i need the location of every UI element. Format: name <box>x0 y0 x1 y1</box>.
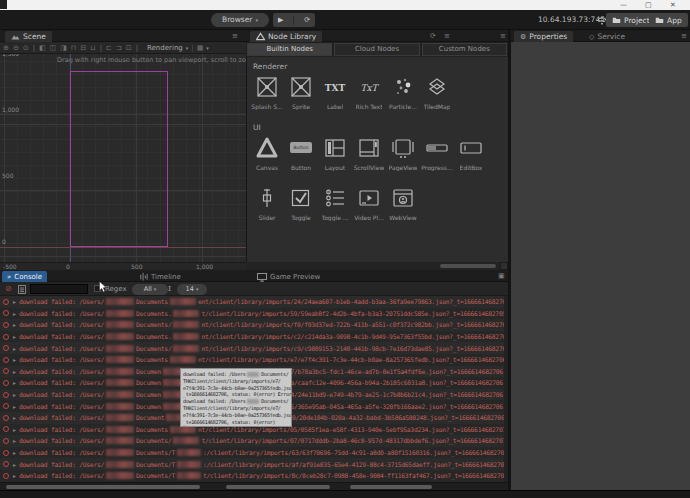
node-item-tiledmap[interactable]: TiledMap <box>420 75 454 110</box>
preview-device-dropdown[interactable]: Browser▾ <box>211 13 269 27</box>
expand-arrow-icon[interactable] <box>13 298 16 305</box>
expand-arrow-icon[interactable] <box>13 472 16 479</box>
open-log-file-icon[interactable] <box>18 285 26 294</box>
expand-arrow-icon[interactable] <box>13 356 16 363</box>
expand-arrow-icon[interactable] <box>13 379 16 386</box>
log-level-dropdown[interactable]: All▾ <box>132 284 168 295</box>
clear-console-button[interactable]: ⊘ <box>5 284 12 293</box>
rendering-dropdown[interactable]: Rendering <box>147 44 183 52</box>
tab-cloud-nodes[interactable]: Cloud Nodes <box>334 43 419 56</box>
separator[interactable]: | <box>33 44 35 52</box>
font-size-dropdown[interactable]: 14▾ <box>177 284 207 295</box>
close-button[interactable]: ✕ <box>670 0 676 10</box>
console-error-row[interactable]: download failed: /Users/Documents/Tt/cli… <box>0 470 508 482</box>
node-item-progressbar[interactable]: Progress... <box>420 136 454 171</box>
expand-arrow-icon[interactable] <box>13 345 16 352</box>
node-item-layout[interactable]: Layout <box>318 136 352 171</box>
scrollbar-thumb[interactable] <box>226 485 330 489</box>
node-item-videoplayer[interactable]: Video Pl... <box>352 186 386 221</box>
console-error-row[interactable]: download failed: /Users/Documents/T:/cli… <box>0 458 508 470</box>
node-item-slider[interactable]: Slider <box>250 186 284 221</box>
camera-gizmo-dropdown[interactable]: ▦ <box>197 44 204 52</box>
status-bar[interactable]: download failed: /Users/Documents/Tt/cli… <box>0 490 690 498</box>
minimize-button[interactable]: — <box>620 0 627 10</box>
panel-menu-icon[interactable]: ≡ <box>500 32 506 40</box>
panel-menu-icon[interactable]: ≡ <box>232 32 238 40</box>
expand-arrow-icon[interactable] <box>13 333 16 340</box>
console-error-row[interactable]: download failed: /Users/Documents/T:/cli… <box>0 447 508 459</box>
console-filter-input[interactable] <box>30 284 88 294</box>
align-bottom-icon[interactable]: ⊔ <box>90 44 95 52</box>
ui-items-row-2: Slider Toggle Toggle ... Video Pl... <box>250 186 420 221</box>
node-item-toggle-group[interactable]: Toggle ... <box>318 186 352 221</box>
tab-scene[interactable]: Scene <box>5 31 52 42</box>
scrollbar-thumb[interactable] <box>350 485 432 489</box>
expand-arrow-icon[interactable] <box>13 414 16 421</box>
distribute-right-icon[interactable]: ⊐ <box>116 44 122 52</box>
play-button[interactable]: ▶ <box>278 16 283 24</box>
node-item-button[interactable]: Button Button <box>284 136 318 171</box>
node-item-splash[interactable]: Splash S... <box>250 75 284 110</box>
console-error-row[interactable]: download failed: /Users/Documentsent/cli… <box>0 296 508 308</box>
node-library-hscrollbar[interactable] <box>246 262 500 270</box>
zoom-in-icon[interactable]: ⊕ <box>3 44 9 52</box>
zoom-reset-icon[interactable]: ⊙ <box>23 44 29 52</box>
separator[interactable]: | <box>100 44 102 52</box>
expand-arrow-icon[interactable] <box>13 437 16 444</box>
node-item-pageview[interactable]: PageView <box>386 136 420 171</box>
panel-menu-icon[interactable]: ▣ <box>498 272 505 280</box>
expand-arrow-icon[interactable] <box>13 426 16 433</box>
separator[interactable]: | <box>136 44 138 52</box>
scrollbar-thumb[interactable] <box>440 264 496 268</box>
node-item-webview[interactable]: WebView <box>386 186 420 221</box>
node-item-scrollview[interactable]: ScrollView <box>352 136 386 171</box>
expand-arrow-icon[interactable] <box>13 321 16 328</box>
tab-properties[interactable]: ⚙ Properties <box>514 31 573 42</box>
refresh-icon[interactable]: ⟳ <box>430 32 436 40</box>
expand-arrow-icon[interactable] <box>13 461 16 468</box>
node-item-particle[interactable]: Particle... <box>386 75 420 110</box>
tab-node-library[interactable]: Node Library <box>250 31 322 42</box>
align-center-h-icon[interactable]: ◫ <box>50 44 57 52</box>
node-item-label[interactable]: TXT Label <box>318 75 352 110</box>
expand-arrow-icon[interactable] <box>13 310 16 317</box>
align-left-icon[interactable]: ◧ <box>39 44 46 52</box>
console-error-row[interactable]: download failed: /Users/Documents.t/clie… <box>0 308 508 320</box>
node-item-sprite[interactable]: Sprite <box>284 75 318 110</box>
tab-game-preview[interactable]: Game Preview <box>252 271 325 282</box>
tab-timeline[interactable]: Timeline <box>134 271 186 282</box>
scrollbar-thumb[interactable] <box>6 485 200 489</box>
align-top-icon[interactable]: ⊓ <box>71 44 76 52</box>
tab-service[interactable]: ◇ Service <box>583 31 631 42</box>
scene-viewport[interactable]: Drag with right mouse button to pan view… <box>0 54 246 262</box>
expand-arrow-icon[interactable] <box>13 403 16 410</box>
node-item-toggle[interactable]: Toggle <box>284 186 318 221</box>
console-vscrollbar[interactable] <box>504 296 508 482</box>
console-error-row[interactable]: download failed: /Users/Documents/nt/cli… <box>0 319 508 331</box>
expand-arrow-icon[interactable] <box>13 449 16 456</box>
tab-builtin-nodes[interactable]: Builtin Nodes <box>247 43 332 56</box>
panel-menu-icon[interactable]: ≡ <box>444 32 450 40</box>
tab-custom-nodes[interactable]: Custom Nodes <box>422 43 507 56</box>
align-right-icon[interactable]: ◨ <box>60 44 67 52</box>
expand-arrow-icon[interactable] <box>13 391 16 398</box>
expand-arrow-icon[interactable] <box>13 368 16 375</box>
fit-icon[interactable]: ⊡ <box>126 44 132 52</box>
console-error-row[interactable]: download failed: /Users/Documentsnt/clie… <box>0 354 508 366</box>
console-hscrollbar[interactable] <box>0 482 508 490</box>
console-error-row[interactable]: download failed: /Users/Documents/t/clie… <box>0 435 508 447</box>
distribute-left-icon[interactable]: ⊏ <box>106 44 112 52</box>
tab-console[interactable]: » Console <box>2 271 47 282</box>
node-item-rich-text[interactable]: TxT Rich Text <box>352 75 386 110</box>
node-item-canvas[interactable]: Canvas <box>250 136 284 171</box>
zoom-out-icon[interactable]: ⊖ <box>13 44 19 52</box>
maximize-button[interactable]: ▢ <box>645 0 652 10</box>
console-error-row[interactable]: download failed: /Users/Documents/nt/cli… <box>0 342 508 354</box>
open-app-button[interactable]: App <box>649 13 688 27</box>
refresh-button[interactable]: ⟳ <box>304 16 310 24</box>
design-canvas-outline[interactable] <box>70 71 168 247</box>
console-error-row[interactable]: download failed: /Users/Documents.nt/cli… <box>0 331 508 343</box>
node-item-editbox[interactable]: EditBox <box>454 136 488 171</box>
align-middle-icon[interactable]: ⊟ <box>80 44 86 52</box>
panel-menu-icon[interactable]: ≡ <box>681 32 687 40</box>
